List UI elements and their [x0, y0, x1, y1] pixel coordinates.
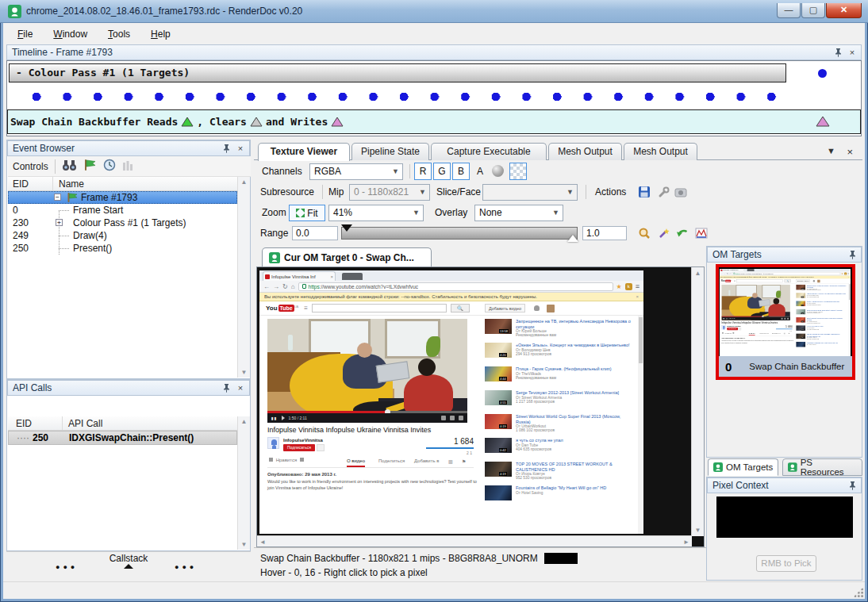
range-label: Range: [260, 228, 288, 239]
event-browser-header[interactable]: Event Browser ×: [7, 140, 250, 156]
renderdoc-icon: [788, 462, 797, 472]
range-white-handle[interactable]: [567, 235, 578, 242]
histogram-icon[interactable]: [693, 225, 709, 241]
tab-ps-resources[interactable]: PS Resources: [782, 458, 862, 476]
menu-help[interactable]: Help: [151, 29, 171, 40]
event-row-present[interactable]: 250 Present(): [8, 242, 237, 255]
tab-list-dropdown-icon[interactable]: ▼: [827, 146, 835, 155]
pin-icon[interactable]: [221, 382, 232, 393]
duration-badge: 0:42: [499, 448, 507, 452]
reset-range-icon[interactable]: [674, 225, 690, 241]
channel-b-button[interactable]: B: [452, 163, 470, 180]
video-controls: ▮▮ 1:50 / 2:11: [267, 413, 467, 423]
column-name[interactable]: Name: [59, 178, 84, 190]
timeline-panel-header[interactable]: Timeline - Frame #1793 ×: [6, 44, 862, 60]
api-calls-header[interactable]: API Calls ×: [7, 380, 250, 396]
autofit-wand-icon[interactable]: [655, 225, 671, 241]
tab-mesh-output-2[interactable]: Mesh Output: [624, 143, 697, 160]
api-call-text: IDXGISwapChain::Present(): [69, 431, 194, 444]
related-video-views: 404 635 просмотров: [516, 447, 635, 451]
related-video-item: Fountains of Bellagio "My Heart Will go …: [796, 342, 847, 350]
event-row-draw[interactable]: 249 Draw(4): [8, 229, 237, 242]
save-icon[interactable]: [636, 184, 652, 200]
viewer-horizontal-scrollbar[interactable]: ◄►: [257, 535, 692, 546]
zoom-select[interactable]: 41%▼: [328, 205, 424, 221]
timeline-current-dot[interactable]: [818, 69, 827, 78]
wrench-icon[interactable]: [655, 184, 671, 200]
expand-box[interactable]: +: [56, 219, 63, 226]
fit-button[interactable]: Fit: [289, 205, 325, 221]
pixel-context-header[interactable]: Pixel Context: [707, 477, 862, 493]
menu-file[interactable]: File: [17, 29, 33, 40]
title-bar[interactable]: chrome_2014.08.02_18.46.01_frame1793.rdc…: [0, 0, 868, 23]
current-texture-tab[interactable]: Cur OM Target 0 - Swap Ch...: [262, 247, 432, 266]
render-target-thumbnail[interactable]: Infopulse Vinnitsa Inf × ← → ↻ ⌂ https:/…: [716, 264, 855, 380]
channel-a-button[interactable]: A: [471, 163, 489, 180]
menu-window[interactable]: Window: [53, 29, 87, 40]
event-browser-scrollbar[interactable]: ▲▼: [237, 177, 250, 378]
api-call-row[interactable]: ···· 250 IDXGISwapChain::Present(): [8, 431, 237, 445]
tab-texture-viewer[interactable]: Texture Viewer: [258, 143, 350, 161]
viewer-vertical-scrollbar[interactable]: ▲ ▼: [691, 267, 704, 536]
pin-icon[interactable]: [221, 143, 232, 154]
texture-display-area[interactable]: Infopulse Vinnitsa Inf × ← → ↻ ⌂ https:/…: [256, 266, 705, 547]
close-button[interactable]: ✕: [826, 3, 862, 18]
flag-icon: [67, 192, 78, 203]
event-row-frame[interactable]: − Frame #1793: [8, 191, 237, 204]
renderdoc-logo-icon: [8, 5, 21, 18]
channel-r-button[interactable]: R: [414, 163, 432, 180]
range-max-input[interactable]: 1.0: [582, 226, 627, 240]
resize-grip[interactable]: [853, 587, 863, 597]
close-icon[interactable]: ×: [847, 47, 858, 58]
bookmark-button[interactable]: [122, 159, 133, 174]
range-min-input[interactable]: 0.0: [292, 226, 338, 240]
time-events-button[interactable]: [103, 159, 116, 174]
video-player: ▮▮ 1:50 / 2:11: [267, 319, 467, 423]
background-checker-button[interactable]: [509, 163, 527, 180]
range-black-handle[interactable]: [341, 224, 352, 232]
range-slider[interactable]: [341, 227, 578, 240]
tab-om-targets[interactable]: OM Targets: [708, 458, 778, 476]
maximize-button[interactable]: ▢: [801, 3, 825, 18]
timeline-pass-bar[interactable]: - Colour Pass #1 (1 Targets): [9, 63, 786, 82]
rmb-to-pick-button[interactable]: RMB to Pick: [756, 555, 816, 572]
related-video-item: 4:20 «Океан Эльзы». Концерт на чемоданах…: [796, 293, 847, 301]
om-targets-header[interactable]: OM Targets: [707, 247, 862, 263]
pixel-context-view[interactable]: [716, 497, 853, 538]
collapse-box[interactable]: −: [54, 194, 61, 201]
mip-select[interactable]: 0 - 1180x821▼: [349, 184, 430, 201]
channel-g-button[interactable]: G: [433, 163, 451, 180]
video-thumbnail: 4:55: [485, 390, 512, 405]
pin-icon[interactable]: [832, 47, 843, 58]
pause-icon: ▮▮: [271, 416, 278, 420]
event-row-frame-start[interactable]: 0 Frame Start: [8, 204, 237, 217]
close-icon[interactable]: ×: [235, 143, 246, 154]
timeline-event-dots[interactable]: [28, 87, 782, 106]
column-eid[interactable]: EID: [13, 178, 29, 190]
find-event-button[interactable]: [62, 159, 77, 174]
tab-pipeline-state[interactable]: Pipeline State: [351, 143, 429, 160]
capture-icon[interactable]: [673, 184, 689, 200]
pin-icon[interactable]: [847, 480, 858, 491]
api-calls-scrollbar[interactable]: ▲▼: [237, 416, 250, 550]
column-eid[interactable]: EID: [16, 418, 32, 429]
jump-event-button[interactable]: [83, 159, 97, 174]
menu-tools[interactable]: Tools: [108, 29, 130, 40]
sliceface-select[interactable]: ▼: [482, 184, 578, 201]
pin-icon[interactable]: [847, 249, 858, 260]
event-row-colour-pass[interactable]: 230 + Colour Pass #1 (1 Targets): [8, 217, 237, 229]
channels-select[interactable]: RGBA▼: [309, 163, 403, 180]
callstack-bar[interactable]: Callstack ●●● ●●●: [6, 551, 251, 576]
column-call[interactable]: API Call: [68, 418, 102, 429]
gamma-sphere-icon[interactable]: [492, 165, 504, 177]
close-icon[interactable]: ×: [847, 146, 853, 158]
overlay-select[interactable]: None▼: [474, 205, 563, 221]
minimize-button[interactable]: —: [777, 3, 801, 18]
api-calls-panel: API Calls × EID API Call ···· 250 IDXGIS…: [6, 379, 251, 551]
tab-mesh-output-1[interactable]: Mesh Output: [548, 143, 622, 160]
timeline-track[interactable]: - Colour Pass #1 (1 Targets) Swap Chain …: [6, 60, 862, 136]
tab-capture-executable[interactable]: Capture Executable: [431, 143, 547, 160]
zoom-range-icon[interactable]: [636, 225, 652, 241]
close-icon[interactable]: ×: [235, 382, 246, 393]
plant-shape: [426, 336, 440, 357]
